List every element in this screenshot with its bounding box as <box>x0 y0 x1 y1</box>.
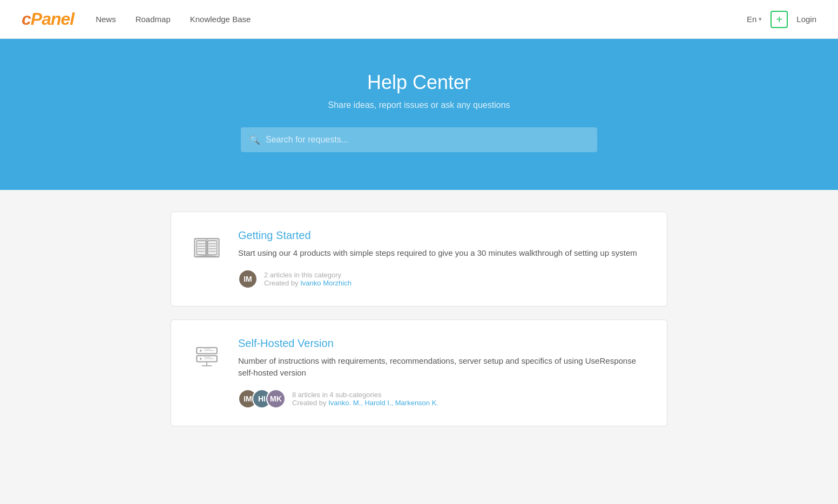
svg-rect-1 <box>197 241 206 255</box>
main-nav: News Roadmap Knowledge Base <box>96 15 747 24</box>
self-hosted-meta-text: 8 articles in 4 sub-categories Created b… <box>292 391 438 407</box>
getting-started-content: Getting Started Start using our 4 produc… <box>238 229 647 289</box>
login-link[interactable]: Login <box>796 15 816 24</box>
nav-knowledge-base[interactable]: Knowledge Base <box>190 15 251 24</box>
self-hosted-card[interactable]: Self-Hosted Version Number of instructio… <box>171 319 667 426</box>
getting-started-avatars: IM <box>238 269 258 289</box>
cards-container: Getting Started Start using our 4 produc… <box>171 212 667 426</box>
self-hosted-created-by: Created by Ivanko. M., Harold I., Marken… <box>292 399 438 407</box>
new-button[interactable]: + <box>771 11 788 28</box>
getting-started-description: Start using our 4 products with simple s… <box>238 247 647 260</box>
book-icon <box>191 231 223 266</box>
self-hosted-description: Number of instructions with requirements… <box>238 355 647 379</box>
logo[interactable]: cPanel <box>22 9 74 29</box>
hero-subtitle: Share ideas, report issues or ask any qu… <box>11 100 827 110</box>
logo-text: cPanel <box>22 9 74 29</box>
search-wrapper: 🔍 <box>241 127 597 152</box>
self-hosted-avatars: IM HI MK <box>238 389 286 408</box>
search-icon: 🔍 <box>249 135 260 145</box>
avatar-markenson: MK <box>266 389 286 408</box>
self-hosted-meta: IM HI MK 8 articles in 4 sub-categories … <box>238 389 647 408</box>
avatar-ivanko: IM <box>238 269 258 289</box>
main-content: Getting Started Start using our 4 produc… <box>0 190 838 459</box>
server-icon <box>191 339 223 374</box>
svg-rect-2 <box>208 241 217 255</box>
getting-started-title[interactable]: Getting Started <box>238 229 647 242</box>
search-container: 🔍 <box>241 127 597 152</box>
self-hosted-title[interactable]: Self-Hosted Version <box>238 337 647 350</box>
svg-point-15 <box>200 357 202 359</box>
lang-label: En <box>747 15 756 24</box>
articles-count: 2 articles in this category <box>264 271 352 279</box>
header: cPanel News Roadmap Knowledge Base En ▾ … <box>0 0 838 39</box>
hero-title: Help Center <box>11 71 827 94</box>
nav-roadmap[interactable]: Roadmap <box>136 15 171 24</box>
search-input[interactable] <box>241 127 597 152</box>
self-hosted-articles-count: 8 articles in 4 sub-categories <box>292 391 438 399</box>
svg-point-14 <box>200 349 202 351</box>
created-by: Created by Ivanko Morzhich <box>264 279 352 287</box>
chevron-down-icon: ▾ <box>759 16 762 23</box>
getting-started-meta: IM 2 articles in this category Created b… <box>238 269 647 289</box>
hero-section: Help Center Share ideas, report issues o… <box>0 39 838 190</box>
self-hosted-content: Self-Hosted Version Number of instructio… <box>238 337 647 408</box>
language-selector[interactable]: En ▾ <box>747 15 762 24</box>
getting-started-meta-text: 2 articles in this category Created by I… <box>264 271 352 287</box>
getting-started-card[interactable]: Getting Started Start using our 4 produc… <box>171 212 667 307</box>
nav-news[interactable]: News <box>96 15 116 24</box>
header-right: En ▾ + Login <box>747 11 816 28</box>
